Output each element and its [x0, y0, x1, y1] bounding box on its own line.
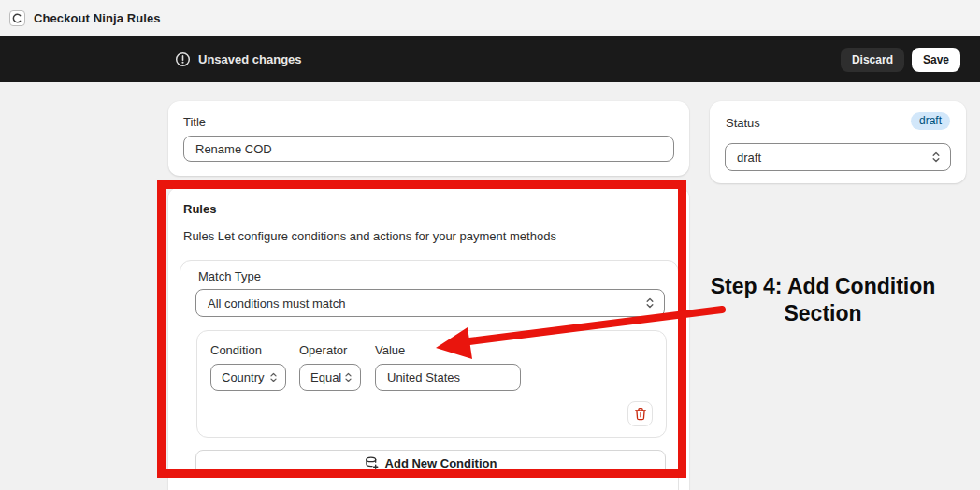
- operator-select[interactable]: Equal: [299, 364, 361, 391]
- title-label: Title: [183, 115, 206, 129]
- add-new-condition-button[interactable]: Add New Condition: [195, 450, 666, 477]
- status-select[interactable]: draft: [725, 143, 951, 171]
- value-label: Value: [375, 343, 405, 357]
- title-input[interactable]: [183, 136, 674, 162]
- select-caret-icon: [344, 371, 353, 383]
- annotation-step-line1: Step 4: Add Condition: [685, 273, 961, 300]
- condition-select[interactable]: Country: [210, 364, 286, 391]
- contextual-save-bar: Unsaved changes Discard Save: [0, 36, 980, 82]
- save-button[interactable]: Save: [912, 48, 960, 72]
- condition-row: Condition Operator Value Country Equal: [196, 330, 667, 438]
- status-label: Status: [726, 116, 760, 130]
- title-card: Title: [168, 101, 689, 176]
- add-new-condition-label: Add New Condition: [385, 456, 497, 470]
- select-caret-icon: [269, 371, 278, 383]
- app-favicon-icon: [9, 10, 25, 26]
- operator-select-value: Equal: [310, 370, 341, 384]
- select-caret-icon: [931, 151, 941, 164]
- database-add-icon: [365, 456, 380, 470]
- condition-select-value: Country: [222, 370, 265, 384]
- status-badge: draft: [911, 112, 950, 130]
- status-select-value: draft: [726, 151, 931, 165]
- match-type-section: Match Type All conditions must match Con…: [180, 260, 679, 490]
- page-title: Checkout Ninja Rules: [34, 11, 161, 25]
- trash-icon: [634, 407, 647, 421]
- value-input[interactable]: [375, 364, 521, 391]
- condition-label: Condition: [210, 343, 262, 357]
- topbar: Checkout Ninja Rules: [0, 0, 980, 36]
- app-screen: Checkout Ninja Rules Unsaved changes Dis…: [0, 0, 980, 490]
- delete-condition-button[interactable]: [627, 401, 653, 426]
- save-bar-status: Unsaved changes: [175, 36, 302, 82]
- save-bar-actions: Discard Save: [841, 36, 960, 82]
- alert-circle-icon: [175, 51, 191, 67]
- rules-card: Rules Rules Let configure conditions and…: [168, 187, 689, 490]
- status-card: Status draft draft: [710, 101, 966, 183]
- rules-description: Rules Let configure conditions and actio…: [183, 229, 556, 243]
- annotation-step-text: Step 4: Add Condition Section: [685, 273, 961, 328]
- match-type-select[interactable]: All conditions must match: [195, 289, 665, 317]
- select-caret-icon: [645, 296, 655, 310]
- rules-heading: Rules: [183, 202, 216, 216]
- match-type-label: Match Type: [198, 269, 261, 283]
- unsaved-changes-label: Unsaved changes: [198, 52, 302, 66]
- annotation-step-line2: Section: [685, 300, 961, 327]
- match-type-select-value: All conditions must match: [196, 296, 645, 310]
- operator-label: Operator: [299, 343, 347, 357]
- discard-button[interactable]: Discard: [841, 48, 904, 72]
